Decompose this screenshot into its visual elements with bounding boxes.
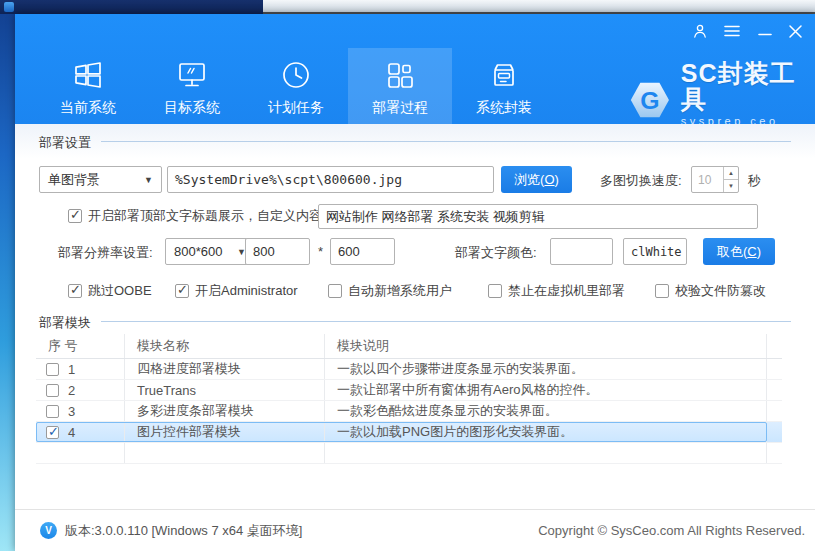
- app-header: 当前系统 目标系统 计划任务: [15, 14, 815, 124]
- copyright-text: Copyright © SysCeo.com All Rights Reserv…: [538, 523, 805, 538]
- module-name: TrueTrans: [125, 380, 325, 400]
- background-window-icon: [4, 2, 14, 12]
- tab-scheduled-tasks[interactable]: 计划任务: [244, 48, 348, 124]
- windows-icon: [72, 57, 104, 93]
- content-area: 部署设置 单图背景 ▼ %SystemDrive%\scpt\800600.jp…: [15, 124, 815, 509]
- logo-hexagon-icon: G: [627, 76, 673, 124]
- tab-label: 系统封装: [476, 99, 532, 117]
- background-path-value: %SystemDrive%\scpt\800600.jpg: [175, 172, 402, 187]
- text-color-label: 部署文字颜色:: [455, 244, 537, 262]
- pick-color-key: C: [747, 244, 756, 259]
- background-mode-select[interactable]: 单图背景 ▼: [39, 166, 162, 193]
- user-icon[interactable]: [689, 22, 711, 40]
- module-desc: 一款让部署中所有窗体拥有Aero风格的控件。: [325, 380, 767, 400]
- browse-button[interactable]: 浏览(O): [501, 166, 572, 193]
- clock-icon: [280, 57, 312, 93]
- scrollbar-track[interactable]: [767, 359, 782, 379]
- package-icon: [488, 57, 520, 93]
- verify-files-checkbox[interactable]: [655, 284, 669, 298]
- resolution-height-input[interactable]: 600: [330, 238, 395, 265]
- resolution-width-input[interactable]: 800: [245, 238, 310, 265]
- module-checkbox[interactable]: [46, 405, 59, 418]
- module-no: 3: [68, 404, 75, 419]
- switch-speed-unit: 秒: [748, 172, 761, 190]
- menu-icon[interactable]: [721, 22, 743, 40]
- module-checkbox[interactable]: [46, 426, 59, 439]
- module-no: 1: [68, 362, 75, 377]
- version-icon: V: [40, 522, 57, 539]
- title-display-option[interactable]: 开启部署顶部文字标题展示，自定义内容：: [68, 207, 335, 225]
- option-label: 开启Administrator: [195, 282, 298, 300]
- tab-label: 计划任务: [268, 99, 324, 117]
- stepper-up-icon[interactable]: ▲: [724, 167, 738, 180]
- option-auto-add-user[interactable]: 自动新增系统用户: [328, 282, 452, 300]
- option-label: 跳过OOBE: [88, 282, 152, 300]
- resolution-times-label: *: [318, 244, 323, 259]
- background-window-titlebar: [0, 0, 263, 14]
- text-color-name-input[interactable]: clWhite: [623, 238, 687, 265]
- skip-oobe-checkbox[interactable]: [68, 284, 82, 298]
- table-row[interactable]: 2 TrueTrans 一款让部署中所有窗体拥有Aero风格的控件。: [36, 380, 782, 401]
- browse-button-key: O: [544, 172, 554, 187]
- table-row[interactable]: 1 四格进度部署模块 一款以四个步骤带进度条显示的安装界面。: [36, 359, 782, 380]
- resolution-preset-select[interactable]: 800*600 ▼: [165, 238, 255, 265]
- module-no: 4: [68, 425, 75, 440]
- pick-color-button[interactable]: 取色(C): [703, 238, 775, 265]
- table-row-empty: [36, 443, 782, 464]
- module-name: 多彩进度条部署模块: [125, 401, 325, 421]
- section-deploy-settings: 部署设置: [39, 134, 91, 152]
- scrollbar-track[interactable]: [767, 380, 782, 400]
- title-display-label: 开启部署顶部文字标题展示，自定义内容：: [88, 207, 335, 225]
- minimize-icon[interactable]: [754, 22, 776, 40]
- resolution-width-value: 800: [253, 244, 275, 259]
- main-nav: 当前系统 目标系统 计划任务: [36, 48, 556, 124]
- grid-icon: [384, 57, 416, 93]
- text-color-preview-input[interactable]: [550, 238, 613, 265]
- logo-title: SC封装工具: [681, 60, 815, 112]
- switch-speed-label: 多图切换速度:: [600, 172, 682, 190]
- scrollbar-track[interactable]: [767, 334, 782, 358]
- tab-label: 目标系统: [164, 99, 220, 117]
- version-text: 版本:3.0.0.110 [Windows 7 x64 桌面环境]: [65, 522, 302, 540]
- title-display-checkbox[interactable]: [68, 209, 82, 223]
- table-row[interactable]: 4 图片控件部署模块 一款以加载PNG图片的图形化安装界面。: [36, 422, 782, 443]
- option-skip-oobe[interactable]: 跳过OOBE: [68, 282, 152, 300]
- auto-add-user-checkbox[interactable]: [328, 284, 342, 298]
- tab-deployment-process[interactable]: 部署过程: [348, 48, 452, 124]
- table-row[interactable]: 3 多彩进度条部署模块 一款彩色酷炫进度条显示的安装界面。: [36, 401, 782, 422]
- tab-system-packaging[interactable]: 系统封装: [452, 48, 556, 124]
- enable-administrator-checkbox[interactable]: [175, 284, 189, 298]
- chevron-down-icon: ▼: [144, 175, 153, 185]
- module-checkbox[interactable]: [46, 384, 59, 397]
- tab-current-system[interactable]: 当前系统: [36, 48, 140, 124]
- column-header-name: 模块名称: [125, 334, 325, 358]
- option-enable-administrator[interactable]: 开启Administrator: [175, 282, 298, 300]
- close-icon[interactable]: [784, 22, 806, 40]
- option-label: 禁止在虚拟机里部署: [508, 282, 625, 300]
- title-text-value: 网站制作 网络部署 系统安装 视频剪辑: [326, 208, 545, 226]
- module-desc: 一款以加载PNG图片的图形化安装界面。: [325, 422, 767, 442]
- module-no: 2: [68, 383, 75, 398]
- module-desc: 一款以四个步骤带进度条显示的安装界面。: [325, 359, 767, 379]
- forbid-vm-checkbox[interactable]: [488, 284, 502, 298]
- switch-speed-value: 10: [692, 167, 723, 192]
- module-checkbox[interactable]: [46, 363, 59, 376]
- switch-speed-stepper[interactable]: 10 ▲ ▼: [691, 166, 739, 193]
- scrollbar-track[interactable]: [767, 401, 782, 421]
- module-name: 图片控件部署模块: [125, 422, 325, 442]
- scrollbar-track[interactable]: [767, 422, 782, 442]
- option-label: 校验文件防篡改: [675, 282, 766, 300]
- module-desc: 一款彩色酷炫进度条显示的安装界面。: [325, 401, 767, 421]
- title-text-input[interactable]: 网站制作 网络部署 系统安装 视频剪辑: [318, 204, 758, 229]
- option-forbid-vm[interactable]: 禁止在虚拟机里部署: [488, 282, 625, 300]
- browse-button-label: 浏览(: [514, 171, 544, 189]
- text-color-name-value: clWhite: [631, 245, 682, 259]
- background-window-strip: [263, 0, 815, 14]
- section-divider: [101, 321, 791, 322]
- status-bar: V 版本:3.0.0.110 [Windows 7 x64 桌面环境] Copy…: [15, 509, 815, 551]
- monitor-icon: [176, 57, 208, 93]
- tab-target-system[interactable]: 目标系统: [140, 48, 244, 124]
- option-verify-files[interactable]: 校验文件防篡改: [655, 282, 766, 300]
- stepper-down-icon[interactable]: ▼: [724, 180, 738, 192]
- background-path-input[interactable]: %SystemDrive%\scpt\800600.jpg: [167, 166, 494, 193]
